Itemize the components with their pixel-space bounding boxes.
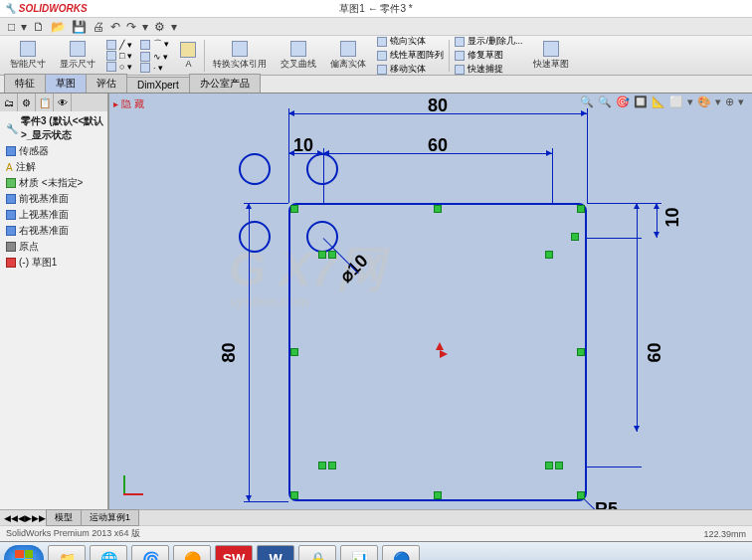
taskbar-explorer-icon[interactable]: 📁 xyxy=(48,545,86,561)
tab-sketch[interactable]: 草图 xyxy=(45,74,87,93)
dim-fillet[interactable]: R5 xyxy=(595,499,618,509)
dim-width-inner[interactable]: 60 xyxy=(428,135,448,156)
tab-dimxpert[interactable]: DimXpert xyxy=(126,77,190,93)
point-tool[interactable]: · ▾ xyxy=(140,63,170,73)
nav-last-icon[interactable]: ▶▶ xyxy=(32,513,46,523)
constraint-icon[interactable] xyxy=(318,462,326,469)
tab-model[interactable]: 模型 xyxy=(46,509,82,526)
tab-office[interactable]: 办公室产品 xyxy=(189,74,261,93)
dim-gap-left[interactable]: 10 xyxy=(293,135,313,156)
zoom-in-icon[interactable]: 🔍 xyxy=(580,95,594,108)
qat-settings-icon[interactable]: ⚙ xyxy=(154,20,165,34)
drawing-viewport[interactable]: 🔍 🔍 🎯 🔲 📐 ⬜ ▾ 🎨 ▾ ⊕ ▾ ▸ 隐 藏 G X7网system.… xyxy=(109,93,752,509)
qat-print-icon[interactable]: 🖨 xyxy=(93,20,104,34)
move-entities[interactable]: 移动实体 xyxy=(377,63,444,76)
qat-open-icon[interactable]: 📂 xyxy=(51,20,66,34)
qat-dropdown-icon[interactable]: ▾ xyxy=(21,20,27,34)
zoom-out-icon[interactable]: 🔍 xyxy=(598,95,612,108)
taskbar-solidworks-icon[interactable]: SW xyxy=(215,545,253,561)
linear-pattern[interactable]: 线性草图阵列 xyxy=(377,49,444,62)
quick-snap[interactable]: 快速捕捉 xyxy=(455,63,522,76)
constraint-icon[interactable] xyxy=(290,491,298,499)
constraint-icon[interactable] xyxy=(577,205,585,213)
offset-entities-button[interactable]: 偏离实体 xyxy=(324,39,372,73)
sketch-hole-br[interactable] xyxy=(239,153,271,185)
constraint-icon[interactable] xyxy=(318,251,326,259)
dropdown-icon[interactable]: ▾ xyxy=(738,95,744,108)
tree-annotations[interactable]: A 注解 xyxy=(2,159,105,175)
display-style-icon[interactable]: ⬜ xyxy=(669,95,683,108)
scene-icon[interactable]: ⊕ xyxy=(725,95,734,108)
constraint-icon[interactable] xyxy=(328,251,336,259)
tree-material[interactable]: 材质 <未指定> xyxy=(2,175,105,191)
dim-width-outer[interactable]: 80 xyxy=(428,95,448,116)
tree-sensors[interactable]: 传感器 xyxy=(2,143,105,159)
taskbar-app-icon[interactable]: 🟠 xyxy=(173,545,211,561)
intersect-curve-button[interactable]: 交叉曲线 xyxy=(275,39,322,73)
tree-sketch1[interactable]: (-) 草图1 xyxy=(2,255,105,271)
qat-new-icon[interactable]: □ xyxy=(8,20,15,34)
constraint-icon[interactable] xyxy=(328,462,336,469)
mirror-entities[interactable]: 镜向实体 xyxy=(377,35,444,48)
tab-motion-study[interactable]: 运动算例1 xyxy=(81,509,139,526)
start-button[interactable] xyxy=(4,545,44,561)
dim-height-outer[interactable]: 80 xyxy=(219,342,240,362)
arc-tool[interactable]: ⌒ ▾ xyxy=(140,38,170,51)
smart-dimension-button[interactable]: 智能尺寸 xyxy=(4,39,52,73)
constraint-icon[interactable] xyxy=(290,205,298,213)
convert-entities-button[interactable]: 转换实体引用 xyxy=(207,39,273,73)
constraint-icon[interactable] xyxy=(577,491,585,499)
taskbar-app-icon[interactable]: 🔒 xyxy=(298,545,336,561)
side-tab-tree-icon[interactable]: 🗂 xyxy=(0,93,18,111)
qat-dropdown-icon[interactable]: ▾ xyxy=(142,20,148,34)
circle-tool[interactable]: ○ ▾ xyxy=(106,62,132,72)
dropdown-icon[interactable]: ▾ xyxy=(687,95,693,108)
spline-tool[interactable]: ∿ ▾ xyxy=(140,52,170,62)
qat-doc-icon[interactable]: 🗋 xyxy=(33,20,45,34)
taskbar-word-icon[interactable]: W xyxy=(257,545,294,561)
constraint-icon[interactable] xyxy=(290,348,298,356)
side-tab-display-icon[interactable]: 👁 xyxy=(54,93,72,111)
taskbar-browser-icon[interactable]: 🌐 xyxy=(90,545,127,561)
repair-sketch[interactable]: 修复草图 xyxy=(455,49,522,62)
side-tab-config-icon[interactable]: ⚙ xyxy=(18,93,36,111)
corner-info[interactable]: ▸ 隐 藏 xyxy=(113,97,144,111)
taskbar-app-icon[interactable]: 📊 xyxy=(340,545,378,561)
display-delete[interactable]: 显示/删除几... xyxy=(455,35,522,48)
constraint-icon[interactable] xyxy=(577,348,585,356)
tree-origin[interactable]: 原点 xyxy=(2,239,105,255)
sketch-hole-tl[interactable] xyxy=(306,221,338,253)
qat-save-icon[interactable]: 💾 xyxy=(72,20,87,34)
text-tool[interactable]: A xyxy=(174,40,202,71)
nav-prev-icon[interactable]: ◀ xyxy=(18,513,25,523)
zoom-fit-icon[interactable]: 🎯 xyxy=(616,95,630,108)
side-tab-prop-icon[interactable]: 📋 xyxy=(36,93,54,111)
constraint-icon[interactable] xyxy=(434,205,442,213)
tab-evaluate[interactable]: 评估 xyxy=(86,74,127,93)
tree-front-plane[interactable]: 前视基准面 xyxy=(2,191,105,207)
tree-top-plane[interactable]: 上视基准面 xyxy=(2,207,105,223)
qat-undo-icon[interactable]: ↶ xyxy=(110,20,120,34)
constraint-icon[interactable] xyxy=(434,491,442,499)
dim-gap-right[interactable]: 10 xyxy=(662,207,683,227)
view-orient-icon[interactable]: 📐 xyxy=(652,95,665,108)
quick-sketch-button[interactable]: 快速草图 xyxy=(527,39,575,73)
constraint-icon[interactable] xyxy=(545,251,553,259)
nav-first-icon[interactable]: ◀◀ xyxy=(4,513,18,523)
nav-next-icon[interactable]: ▶ xyxy=(25,513,32,523)
constraint-icon[interactable] xyxy=(555,462,563,469)
constraint-icon[interactable] xyxy=(545,462,553,469)
qat-dropdown-icon[interactable]: ▾ xyxy=(171,20,177,34)
qat-redo-icon[interactable]: ↷ xyxy=(126,20,136,34)
tree-root[interactable]: 🔧 零件3 (默认<<默认>_显示状态 xyxy=(2,113,105,143)
dropdown-icon[interactable]: ▾ xyxy=(715,95,721,108)
sketch-hole-tr[interactable] xyxy=(239,221,271,253)
taskbar-app-icon[interactable]: 🌀 xyxy=(131,545,169,561)
tree-right-plane[interactable]: 右视基准面 xyxy=(2,223,105,239)
dim-height-inner[interactable]: 60 xyxy=(645,342,665,362)
line-tool[interactable]: ╱ ▾ xyxy=(106,40,132,50)
rect-tool[interactable]: □ ▾ xyxy=(106,51,132,61)
taskbar-app-icon[interactable]: 🔵 xyxy=(382,545,420,561)
display-dim-button[interactable]: 显示尺寸 xyxy=(54,39,101,73)
tab-features[interactable]: 特征 xyxy=(4,74,46,93)
